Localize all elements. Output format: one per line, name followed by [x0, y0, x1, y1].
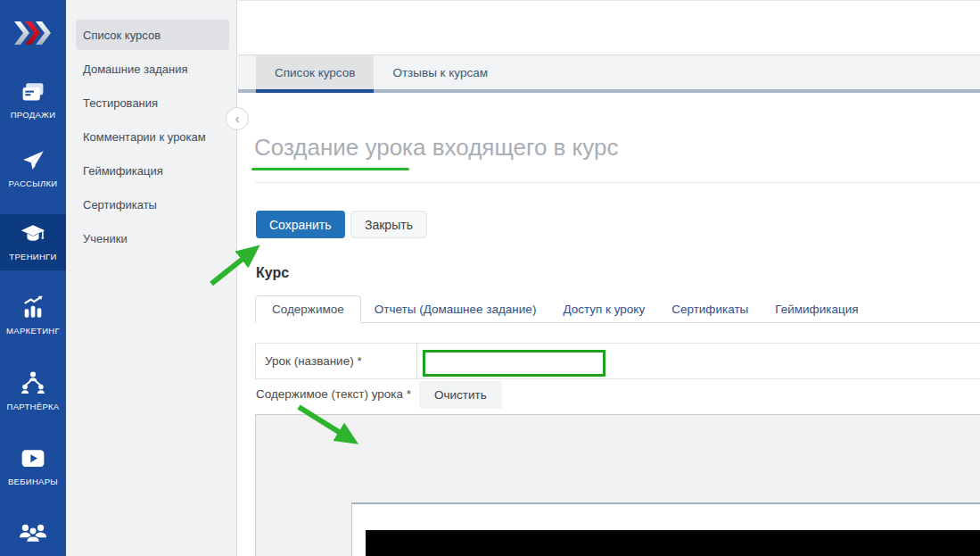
subtab-label: Геймификация: [775, 303, 858, 316]
rail-item-users[interactable]: [0, 519, 66, 552]
sidebar-collapse-button[interactable]: ‹: [226, 107, 249, 130]
rail-item-label: ПРОДАЖИ: [11, 110, 56, 120]
editor-black-block: [366, 530, 980, 556]
sidebar-item-tests[interactable]: Тестирования: [76, 87, 229, 118]
primary-nav-rail: ПРОДАЖИ РАССЫЛКИ ТРЕНИНГИ МАРКЕТИНГ: [0, 0, 66, 556]
lesson-name-row: Урок (название) *: [255, 343, 980, 379]
bar-chart-icon: [20, 295, 46, 319]
sidebar-item-label: Геймификация: [83, 164, 163, 178]
tab-course-list[interactable]: Список курсов: [256, 55, 374, 89]
sidebar-item-course-list[interactable]: Список курсов: [76, 20, 229, 50]
subtab-reports-homework[interactable]: Отчеты (Домашнее задание): [361, 295, 550, 322]
course-subtabs: Содержимое Отчеты (Домашнее задание) Дос…: [255, 295, 980, 323]
chevrons-logo-icon: [12, 20, 54, 46]
tab-course-reviews[interactable]: Отзывы к курсам: [374, 55, 506, 89]
page-title: Создание урока входящего в курс: [254, 131, 618, 163]
rail-item-mailings[interactable]: РАССЫЛКИ: [0, 149, 66, 188]
subtab-label: Содержимое: [272, 303, 344, 316]
lesson-content-label: Содержимое (текст) урока *: [256, 387, 411, 401]
section-tabs: Список курсов Отзывы к курсам: [238, 55, 980, 93]
subtab-lesson-access[interactable]: Доступ к уроку: [549, 295, 658, 322]
affiliate-network-icon: [19, 370, 47, 395]
subtab-content[interactable]: Содержимое: [255, 295, 361, 323]
sidebar-item-lesson-comments[interactable]: Комментарии к урокам: [76, 121, 229, 152]
rail-item-marketing[interactable]: МАРКЕТИНГ: [0, 295, 66, 336]
paper-plane-icon: [20, 149, 46, 172]
subtab-label: Доступ к уроку: [563, 303, 645, 316]
sidebar-item-label: Тестирования: [83, 96, 158, 110]
rail-item-sales[interactable]: ПРОДАЖИ: [0, 82, 66, 120]
credit-card-icon: [19, 82, 47, 104]
tab-label: Отзывы к курсам: [392, 66, 488, 79]
users-group-icon: [17, 519, 49, 546]
clear-button[interactable]: Очистить: [419, 381, 502, 409]
rail-item-trainings[interactable]: ТРЕНИНГИ: [0, 214, 66, 270]
sidebar-item-homework[interactable]: Домашние задания: [76, 54, 229, 84]
play-video-icon: [19, 447, 47, 470]
sidebar-item-label: Сертификаты: [83, 198, 157, 212]
sidebar-item-label: Список курсов: [83, 29, 161, 42]
rail-item-affiliate[interactable]: ПАРТНЁРКА: [0, 370, 66, 411]
rail-item-label: ПАРТНЁРКА: [7, 402, 60, 411]
subtab-certificates[interactable]: Сертификаты: [658, 295, 762, 322]
editor-page-preview: [351, 502, 980, 556]
subtab-label: Отчеты (Домашнее задание): [375, 303, 537, 316]
subtab-gamification[interactable]: Геймификация: [762, 295, 871, 322]
rail-item-label: ТРЕНИНГИ: [9, 252, 56, 261]
top-header-band: [238, 1, 980, 55]
lesson-name-input[interactable]: [423, 350, 605, 377]
tab-label: Список курсов: [275, 66, 355, 79]
rail-item-label: РАССЫЛКИ: [9, 178, 58, 188]
rail-item-label: МАРКЕТИНГ: [6, 326, 60, 336]
close-button[interactable]: Закрыть: [350, 211, 427, 238]
save-button[interactable]: Сохранить: [256, 211, 345, 238]
courses-sidebar: Список курсов Домашние задания Тестирова…: [66, 0, 237, 556]
sidebar-item-gamification[interactable]: Геймификация: [76, 155, 229, 186]
graduation-cap-icon: [18, 224, 48, 245]
chevron-left-icon: ‹: [235, 112, 240, 125]
sidebar-item-students[interactable]: Ученики: [76, 223, 229, 253]
sidebar-item-label: Ученики: [83, 232, 128, 245]
sidebar-item-label: Домашние задания: [83, 62, 188, 76]
title-green-underline: [251, 168, 409, 170]
main-panel: Список курсов Отзывы к курсам Создание у…: [238, 0, 980, 556]
lesson-name-label: Урок (название) *: [256, 344, 417, 378]
rail-item-label: ВЕБИНАРЫ: [8, 477, 58, 486]
sidebar-item-label: Комментарии к урокам: [83, 130, 206, 144]
sidebar-item-certificates[interactable]: Сертификаты: [76, 189, 229, 220]
course-section-heading: Курс: [256, 265, 289, 281]
app-logo[interactable]: [0, 0, 66, 66]
horizontal-divider: [255, 182, 980, 183]
lesson-content-editor[interactable]: [255, 414, 980, 556]
rail-item-webinars[interactable]: ВЕБИНАРЫ: [0, 447, 66, 486]
subtab-label: Сертификаты: [671, 303, 748, 316]
